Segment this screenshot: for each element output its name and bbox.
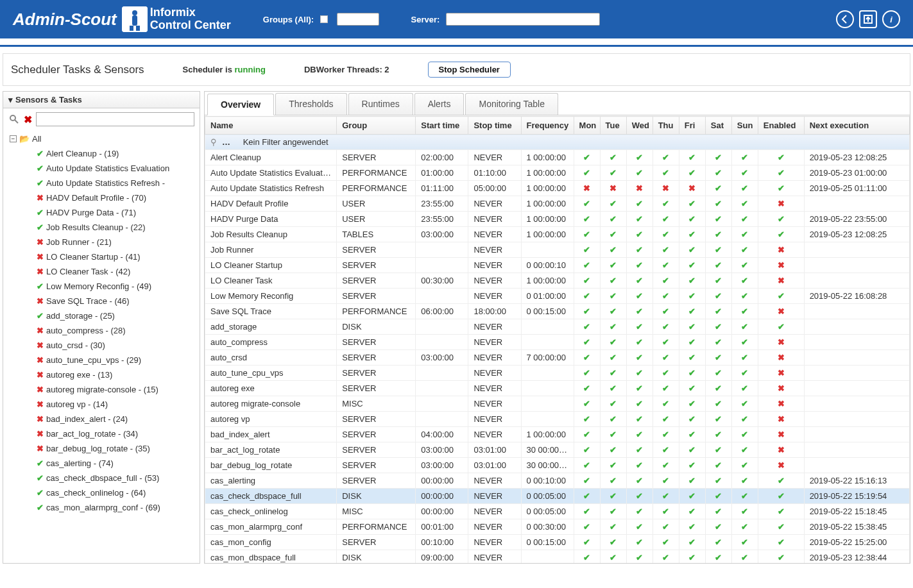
column-header[interactable]: Next execution [804, 117, 909, 135]
table-row[interactable]: cas_mon_alarmprg_confPERFORMANCE00:01:00… [205, 519, 910, 535]
check-icon: ✔ [583, 230, 590, 239]
column-header[interactable]: Thu [653, 117, 679, 135]
table-row[interactable]: autoreg vpSERVERNEVER✔✔✔✔✔✔✔✖ [205, 412, 910, 427]
table-row[interactable]: auto_compressSERVERNEVER✔✔✔✔✔✔✔✖ [205, 335, 910, 350]
table-row[interactable]: LO Cleaner TaskSERVER00:30:00NEVER1 00:0… [205, 273, 910, 289]
column-header[interactable]: Name [205, 117, 337, 135]
check-icon: ✔ [636, 491, 643, 501]
tree-item[interactable]: ✔Auto Update Statistics Refresh - [6, 176, 197, 190]
tree-item[interactable]: ✖autoreg migrate-console - (15) [6, 382, 197, 397]
table-row[interactable]: HADV Default ProfileUSER23:55:00NEVER1 0… [205, 196, 910, 212]
tab-runtimes[interactable]: Runtimes [348, 93, 413, 115]
tree-item[interactable]: ✔Alert Cleanup - (19) [6, 146, 197, 161]
tab-thresholds[interactable]: Thresholds [275, 93, 346, 115]
back-icon[interactable] [836, 10, 854, 28]
tree-item[interactable]: ✖auto_tune_cpu_vps - (29) [6, 353, 197, 367]
table-row[interactable]: cas_check_onlinelogMISC00:00:00NEVER0 00… [205, 504, 910, 519]
tab-alerts[interactable]: Alerts [414, 93, 465, 115]
tree-item[interactable]: ✔Low Memory Reconfig - (49) [6, 279, 197, 294]
tree-item[interactable]: ✖autoreg exe - (13) [6, 367, 197, 382]
tree-item[interactable]: ✔add_storage - (25) [6, 308, 197, 323]
tree-item[interactable]: ✔Job Results Cleanup - (22) [6, 220, 197, 235]
column-header[interactable]: Wed [626, 117, 653, 135]
tree-item[interactable]: ✖bar_debug_log_rotate - (35) [6, 441, 197, 456]
groups-select[interactable]: Default ⇅ [337, 13, 379, 26]
check-icon: ✔ [610, 153, 617, 162]
server-select[interactable]: informix:ol_scout_ssl@localhost ⇅ [446, 13, 600, 26]
column-header[interactable]: Sun [731, 117, 758, 135]
sidebar-title[interactable]: ▾ Sensors & Tasks [3, 92, 200, 108]
table-row[interactable]: Auto Update Statistics RefreshPERFORMANC… [205, 181, 910, 196]
table-row[interactable]: Job RunnerSERVERNEVER✔✔✔✔✔✔✔✖ [205, 242, 910, 258]
tree-root-all[interactable]: − 📂 All [6, 131, 197, 146]
export-icon[interactable] [859, 10, 877, 28]
stop-scheduler-button[interactable]: Stop Scheduler [428, 62, 511, 78]
tree-item[interactable]: ✖HADV Default Profile - (70) [6, 190, 197, 205]
tree-item[interactable]: ✔Auto Update Statistics Evaluation [6, 161, 197, 176]
tree-item[interactable]: ✔cas_check_dbspace_full - (53) [6, 471, 197, 485]
table-row[interactable]: cas_mon_dbspace_fullDISK09:00:00NEVER✔✔✔… [205, 550, 910, 564]
tab-overview[interactable]: Overview [207, 94, 274, 115]
check-icon: ✔ [636, 383, 643, 393]
filter-row[interactable]: ⚲ … Kein Filter angewendet [205, 135, 910, 150]
column-header[interactable]: Tue [600, 117, 626, 135]
table-row[interactable]: bar_debug_log_rotateSERVER03:00:0003:01:… [205, 458, 910, 473]
clear-icon[interactable]: ✖ [24, 113, 32, 126]
tree-item[interactable]: ✖LO Cleaner Task - (42) [6, 264, 197, 279]
tree-item[interactable]: ✖bar_act_log_rotate - (34) [6, 426, 197, 441]
tree-item[interactable]: ✖Save SQL Trace - (46) [6, 294, 197, 308]
filter-icon[interactable]: ⚲ [210, 137, 217, 147]
table-row[interactable]: Auto Update Statistics EvaluationPERFORM… [205, 165, 910, 181]
table-row[interactable]: autoreg migrate-consoleMISCNEVER✔✔✔✔✔✔✔✖ [205, 396, 910, 412]
table-row[interactable]: cas_alertingSERVER00:00:00NEVER0 00:10:0… [205, 473, 910, 489]
sidebar-search-input[interactable] [36, 112, 194, 126]
tree-item[interactable]: ✖autoreg vp - (14) [6, 397, 197, 412]
check-icon: ✔ [662, 383, 669, 393]
info-icon[interactable]: i [882, 10, 900, 28]
column-header[interactable]: Start time [416, 117, 468, 135]
check-icon: ✔ [610, 307, 617, 316]
table-row[interactable]: auto_crsdSERVER03:00:00NEVER7 00:00:00✔✔… [205, 350, 910, 365]
table-row[interactable]: bad_index_alertSERVER04:00:00NEVER1 00:0… [205, 427, 910, 442]
table-row[interactable]: Job Results CleanupTABLES03:00:00NEVER1 … [205, 227, 910, 242]
tree-item[interactable]: ✖Job Runner - (21) [6, 235, 197, 249]
collapse-icon[interactable]: − [10, 135, 17, 142]
check-icon: ✔ [778, 537, 785, 547]
tree-item[interactable]: ✔HADV Purge Data - (71) [6, 205, 197, 220]
search-icon[interactable] [8, 113, 20, 125]
check-icon: ✔ [715, 430, 722, 439]
table-row[interactable]: LO Cleaner StartupSERVERNEVER0 00:00:10✔… [205, 258, 910, 273]
column-header[interactable]: Frequency [521, 117, 574, 135]
tree-item[interactable]: ✔cas_check_onlinelog - (64) [6, 485, 197, 500]
tree-item[interactable]: ✔cas_alerting - (74) [6, 456, 197, 471]
column-header[interactable]: Sat [705, 117, 731, 135]
tree-item[interactable]: ✖auto_compress - (28) [6, 323, 197, 338]
tree-item-label: cas_mon_alarmprg_conf - (69) [46, 503, 160, 512]
table-row[interactable]: add_storageDISKNEVER✔✔✔✔✔✔✔✔ [205, 319, 910, 335]
column-header[interactable]: Enabled [758, 117, 804, 135]
tree-item[interactable]: ✔cas_mon_alarmprg_conf - (69) [6, 500, 197, 515]
check-icon: ✔ [715, 383, 722, 393]
tree-item[interactable]: ✖LO Cleaner Startup - (41) [6, 249, 197, 264]
table-row[interactable]: auto_tune_cpu_vpsSERVERNEVER✔✔✔✔✔✔✔✖ [205, 365, 910, 381]
table-row[interactable]: HADV Purge DataUSER23:55:00NEVER1 00:00:… [205, 212, 910, 227]
dbworker-count: DBWorker Threads: 2 [304, 65, 389, 74]
tree-item[interactable]: ✖bad_index_alert - (24) [6, 412, 197, 426]
table-row[interactable]: Alert CleanupSERVER02:00:00NEVER1 00:00:… [205, 150, 910, 165]
table-row[interactable]: autoreg exeSERVERNEVER✔✔✔✔✔✔✔✖ [205, 381, 910, 396]
table-row[interactable]: cas_check_dbspace_fullDISK00:00:00NEVER0… [205, 489, 910, 504]
tab-monitoring-table[interactable]: Monitoring Table [465, 93, 558, 115]
column-header[interactable]: Group [337, 117, 416, 135]
column-header[interactable]: Fri [679, 117, 705, 135]
column-header[interactable]: Stop time [468, 117, 521, 135]
column-header[interactable]: Mon [574, 117, 600, 135]
table-row[interactable]: Save SQL TracePERFORMANCE06:00:0018:00:0… [205, 304, 910, 319]
table-row[interactable]: Low Memory ReconfigSERVERNEVER0 01:00:00… [205, 289, 910, 304]
groups-checkbox[interactable] [320, 15, 328, 23]
tree-item[interactable]: ✖auto_crsd - (30) [6, 338, 197, 353]
table-row[interactable]: bar_act_log_rotateSERVER03:00:0003:01:00… [205, 442, 910, 458]
filter-menu-icon[interactable]: … [222, 137, 230, 147]
check-icon: ✔ [741, 230, 748, 239]
table-row[interactable]: cas_mon_configSERVER00:10:00NEVER0 00:15… [205, 535, 910, 550]
tree-item-label: Job Results Cleanup - (22) [46, 223, 146, 232]
